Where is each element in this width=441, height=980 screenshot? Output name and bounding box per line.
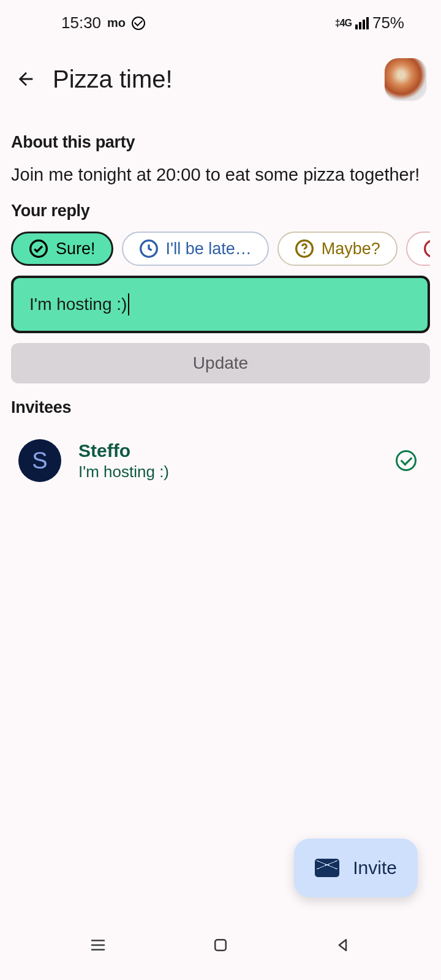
about-heading: About this party xyxy=(11,133,430,152)
party-image[interactable] xyxy=(385,58,426,100)
status-time: 15:30 xyxy=(61,13,101,32)
network-type: ‡4G xyxy=(335,18,352,29)
status-check-icon xyxy=(396,450,417,471)
chip-label: Maybe? xyxy=(322,239,380,258)
invitee-row[interactable]: S Steffo I'm hosting :) xyxy=(11,428,430,493)
about-text: Join me tonight at 20:00 to eat some piz… xyxy=(11,163,430,187)
status-mo-indicator: mo xyxy=(107,16,126,30)
reply-chip-row: Sure! I'll be late… Maybe? No xyxy=(11,232,430,266)
back-button[interactable] xyxy=(15,68,37,90)
recent-apps-button[interactable] xyxy=(89,936,107,957)
reply-heading: Your reply xyxy=(11,202,430,221)
reply-chip-sure[interactable]: Sure! xyxy=(11,232,113,266)
fab-label: Invite xyxy=(353,858,397,878)
invitee-name: Steffo xyxy=(78,440,379,461)
invitee-message: I'm hosting :) xyxy=(78,462,379,481)
svg-rect-5 xyxy=(215,940,226,951)
reply-chip-no[interactable]: No xyxy=(406,232,430,266)
avatar-initial: S xyxy=(32,448,47,474)
envelope-icon xyxy=(315,859,339,877)
text-cursor xyxy=(128,293,129,315)
status-bar: 15:30 mo ‡4G 75% xyxy=(0,0,441,46)
reply-message-input[interactable]: I'm hosting :) xyxy=(11,276,430,333)
invitee-info: Steffo I'm hosting :) xyxy=(78,440,379,481)
signal-icon xyxy=(355,17,369,29)
arrow-left-icon xyxy=(15,69,36,89)
invite-fab[interactable]: Invite xyxy=(294,839,418,897)
status-right: ‡4G 75% xyxy=(335,13,404,32)
svg-point-3 xyxy=(303,252,305,254)
question-circle-icon xyxy=(295,239,314,258)
check-circle-icon xyxy=(29,239,48,258)
invitees-heading: Invitees xyxy=(11,398,430,417)
reply-chip-maybe[interactable]: Maybe? xyxy=(277,232,398,266)
clock-icon xyxy=(139,239,159,258)
update-button[interactable]: Update xyxy=(11,343,430,383)
reply-input-value: I'm hosting :) xyxy=(29,295,127,314)
avatar: S xyxy=(18,439,61,482)
battery-level: 75% xyxy=(372,13,404,32)
status-left: 15:30 mo xyxy=(61,13,145,32)
reply-chip-late[interactable]: I'll be late… xyxy=(122,232,269,266)
home-button[interactable] xyxy=(211,936,230,957)
page-title: Pizza time! xyxy=(53,66,369,93)
nav-back-button[interactable] xyxy=(334,936,352,957)
update-label: Update xyxy=(193,353,248,373)
system-nav-bar xyxy=(0,913,441,980)
chip-label: Sure! xyxy=(56,239,96,258)
x-circle-icon xyxy=(423,239,430,258)
app-bar: Pizza time! xyxy=(0,46,441,112)
svg-point-4 xyxy=(425,241,430,257)
chip-label: I'll be late… xyxy=(166,239,252,258)
status-circle-icon xyxy=(132,17,145,30)
